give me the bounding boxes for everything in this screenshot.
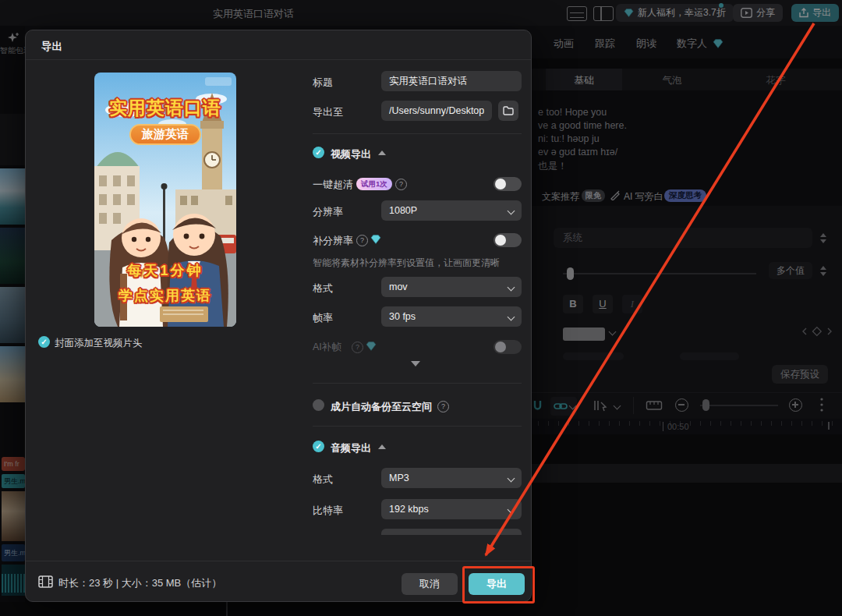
audio-export-checkbox[interactable] [313,441,324,452]
chevron-down-icon [508,505,515,513]
bitrate-label: 比特率 [313,504,343,518]
video-export-section-label: 视频导出 [331,147,371,161]
super-res-toggle[interactable] [494,233,522,247]
cover-preview[interactable]: 实用英语口语 旅游英语 每天1分钟 学点实用英语 [94,73,236,327]
fps-value: 30 fps [389,311,416,322]
chevron-down-icon [508,474,515,482]
resolution-value: 1080P [389,205,417,216]
path-input[interactable] [381,101,492,121]
film-icon [38,575,53,588]
dialog-title: 导出 [41,40,62,54]
browse-folder-button[interactable] [498,101,518,121]
ai-frame-label: AI补帧 [313,341,341,354]
fps-label: 帧率 [313,311,333,325]
super-res-hint: 智能将素材补分辨率到设置值，让画面更清晰 [313,257,500,270]
hd-label: 一键超清 [313,178,353,192]
path-field-label: 导出至 [313,105,343,119]
section-divider [313,426,522,427]
toggle-knob [495,235,506,246]
folder-icon [503,106,514,115]
cover-watermark [205,77,232,86]
title-input[interactable] [381,71,522,91]
audio-format-label: 格式 [313,473,333,487]
cover-title-line3: 每天1分钟 [94,261,236,280]
header-divider [26,59,532,60]
toggle-knob [495,179,506,189]
expand-more-icon[interactable] [411,361,420,366]
cloud-backup-help-icon[interactable] [437,401,449,412]
audio-format-value: MP3 [389,473,409,483]
fps-dropdown[interactable]: 30 fps [381,306,522,327]
app-window: 实用英语口语对话 新人福利，幸运3.7折 分享 导出 动画 跟踪 朗读 [0,0,842,616]
ai-frame-toggle[interactable] [494,340,522,354]
cover-title-line1: 实用英语口语 [94,96,236,120]
cover-subtitle-pill-wrap: 旅游英语 [94,124,236,145]
cover-checkbox-label: 封面添加至视频片头 [55,337,143,350]
trial-badge: 试用1次 [356,178,392,190]
footer-divider [26,561,532,561]
super-res-gem-icon [370,235,381,244]
hd-help-icon[interactable] [395,179,407,190]
hd-toggle[interactable] [494,177,522,191]
resolution-label: 分辨率 [313,205,343,219]
super-res-label: 补分辨率 [313,234,353,248]
format-dropdown[interactable]: mov [381,277,522,297]
bitrate-dropdown[interactable]: 192 kbps [381,499,522,519]
partial-dropdown[interactable] [381,529,522,535]
cloud-backup-checkbox[interactable] [313,399,324,411]
super-res-help-icon[interactable] [356,235,368,246]
section-divider [313,383,522,384]
export-dialog: 导出 [25,30,532,602]
cancel-button[interactable]: 取消 [402,573,458,595]
video-export-checkbox[interactable] [313,147,324,158]
cloud-backup-label: 成片自动备份至云空间 [331,400,432,414]
cover-checkbox[interactable] [38,336,50,348]
cover-title-line4: 学点实用英语 [94,286,236,305]
audio-format-dropdown[interactable]: MP3 [381,468,522,488]
ai-frame-gem-icon [366,342,377,351]
chevron-down-icon [508,313,515,320]
format-label: 格式 [313,281,333,296]
collapse-up-icon[interactable] [378,444,386,449]
bitrate-value: 192 kbps [389,504,429,515]
chevron-down-icon [508,207,515,214]
audio-export-section-label: 音频导出 [331,441,371,455]
format-value: mov [389,281,408,292]
title-field-label: 标题 [313,76,333,90]
chevron-down-icon [508,283,515,291]
export-info: 时长：23 秒 | 大小：35 MB（估计） [58,576,221,590]
collapse-up-icon[interactable] [378,150,386,155]
export-button[interactable]: 导出 [469,573,525,595]
section-divider [313,133,522,134]
ai-frame-help-icon[interactable] [352,342,363,353]
resolution-dropdown[interactable]: 1080P [381,200,522,221]
cover-subtitle-pill: 旅游英语 [129,124,201,145]
toggle-knob [495,342,506,352]
